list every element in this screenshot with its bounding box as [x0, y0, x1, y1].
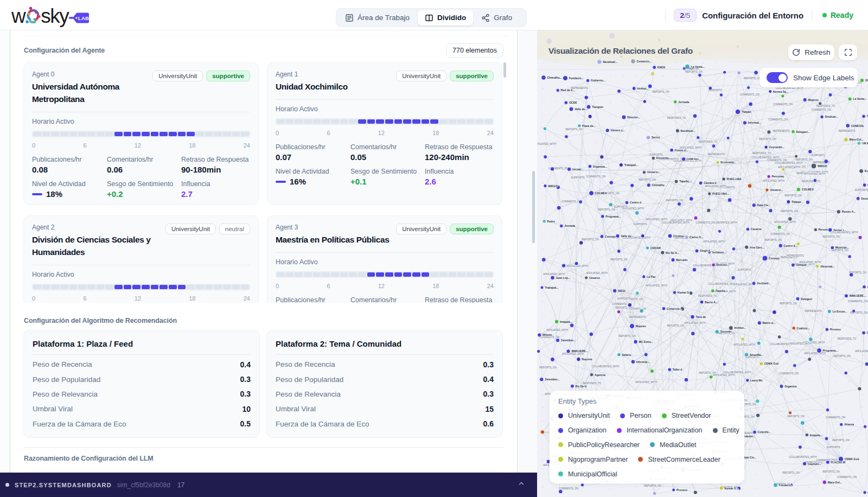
svg-text:Incháust...: Incháust...	[712, 251, 726, 254]
svg-text:REPRESENTS: REPRESENTS	[773, 130, 789, 132]
svg-text:REPRESENTS: REPRESENTS	[838, 130, 855, 132]
svg-text:REPORTS_ON: REPORTS_ON	[598, 208, 615, 211]
svg-text:REPORTS_ON: REPORTS_ON	[744, 77, 761, 80]
svg-text:SUPPORTS: SUPPORTS	[826, 446, 840, 449]
svg-text:PUEG-UNA: PUEG-UNA	[727, 177, 742, 181]
svg-text:AFFILIATED_WITH: AFFILIATED_WITH	[789, 342, 811, 345]
svg-text:Zarember...: Zarember...	[561, 339, 576, 342]
svg-text:Chimalhu: Chimalhu	[652, 183, 665, 187]
svg-text:Chimalhu...: Chimalhu...	[547, 76, 562, 79]
svg-text:Organiza: Organiza	[784, 385, 796, 388]
svg-text:Universi...: Universi...	[647, 170, 661, 174]
svg-text:COMMENTS_ON: COMMENTS_ON	[695, 221, 715, 224]
svg-text:COLMEX: COLMEX	[802, 188, 814, 191]
svg-text:La Encue...: La Encue...	[833, 310, 847, 313]
svg-text:Organiza...: Organiza...	[593, 165, 608, 168]
svg-text:REPORTS_ON: REPORTS_ON	[822, 235, 840, 238]
svg-text:AFFILIATED_WITH: AFFILIATED_WITH	[646, 284, 667, 287]
svg-text:AFFILIATED_WITH: AFFILIATED_WITH	[778, 166, 800, 169]
svg-text:Salario: Salario	[622, 353, 631, 356]
svg-text:Estado d...: Estado d...	[865, 169, 868, 173]
svg-text:Encuesta...: Encuesta...	[656, 156, 671, 160]
svg-text:REPORTS_ON: REPORTS_ON	[652, 91, 669, 93]
svg-text:COLLABORATES_WITH: COLLABORATES_WITH	[662, 221, 690, 224]
svg-text:Casarse: Casarse	[751, 227, 762, 231]
svg-text:Tianguis: Tianguis	[592, 105, 603, 109]
svg-text:Capítulo...: Capítulo...	[808, 462, 821, 466]
svg-text:Consejo: Consejo	[605, 235, 616, 238]
svg-text:REPORTS_ON: REPORTS_ON	[822, 470, 840, 473]
svg-text:AFFILIATED_WITH: AFFILIATED_WITH	[733, 283, 755, 286]
svg-text:Zarember...: Zarember...	[545, 378, 560, 381]
svg-text:Agencia: Agencia	[595, 373, 605, 377]
svg-text:Pedro: Pedro	[547, 220, 555, 223]
svg-text:Reporte: Reporte	[582, 358, 592, 361]
svg-text:Proceso: Proceso	[676, 488, 687, 492]
svg-text:Tlalpan: Tlalpan	[742, 110, 751, 113]
svg-text:Ixtapala...: Ixtapala...	[560, 320, 573, 323]
svg-text:COMMENTS_ON: COMMENTS_ON	[770, 233, 790, 235]
svg-text:Milenio: Milenio	[542, 333, 552, 336]
svg-text:Alianza: Alianza	[844, 423, 854, 426]
svg-text:AFFILIATED_WITH: AFFILIATED_WITH	[804, 352, 826, 355]
svg-text:SUPPORTS: SUPPORTS	[614, 206, 627, 208]
svg-text:REPORTS_ON: REPORTS_ON	[764, 239, 782, 241]
svg-text:AFFILIATED_WITH: AFFILIATED_WITH	[705, 185, 726, 188]
svg-text:Programa...: Programa...	[605, 215, 621, 218]
svg-text:Delegaci: Delegaci	[801, 297, 813, 301]
svg-text:REPORTS_ON: REPORTS_ON	[618, 335, 636, 337]
svg-text:Data Civ...: Data Civ...	[757, 203, 771, 207]
svg-text:Riz De H...: Riz De H...	[666, 251, 679, 254]
svg-text:Comercia...: Comercia...	[667, 307, 682, 310]
svg-text:Cámara d: Cámara d	[704, 181, 716, 184]
svg-text:Ana Garc...: Ana Garc...	[750, 246, 764, 249]
svg-text:RESPONDS_TO: RESPONDS_TO	[838, 337, 857, 340]
svg-text:SUPPORTS: SUPPORTS	[617, 297, 630, 300]
svg-text:Tapella,...: Tapella,...	[716, 289, 728, 292]
svg-text:Coyoacán...: Coyoacán...	[769, 145, 784, 149]
svg-text:Trabajad...: Trabajad...	[624, 163, 639, 167]
svg-text:RESPONDS_TO: RESPONDS_TO	[698, 295, 717, 297]
svg-text:Sistema: Sistema	[861, 197, 868, 200]
svg-text:Mary-Gol...: Mary-Gol...	[828, 481, 843, 484]
svg-text:Laura Mo: Laura Mo	[750, 379, 763, 382]
svg-text:COMMENTS_ON: COMMENTS_ON	[768, 118, 788, 121]
svg-text:Nezahual...: Nezahual...	[681, 129, 695, 132]
svg-text:Informal...: Informal...	[636, 360, 650, 364]
svg-text:RESPONDS_TO: RESPONDS_TO	[752, 152, 771, 155]
svg-text:AFFILIATED_WITH: AFFILIATED_WITH	[543, 273, 565, 276]
svg-text:Person: Person	[819, 228, 828, 231]
svg-text:Sector: Sector	[652, 136, 660, 139]
svg-text:REPORTS_ON: REPORTS_ON	[787, 415, 805, 418]
svg-text:Sindicat...: Sindicat...	[825, 115, 839, 118]
svg-text:Taller d: Taller d	[673, 368, 682, 371]
svg-text:WIEGO: WIEGO	[548, 184, 558, 188]
svg-text:Tasa de: Tasa de	[696, 315, 706, 318]
svg-text:Singh A....: Singh A....	[700, 249, 713, 252]
svg-text:AFFILIATED_WITH: AFFILIATED_WITH	[684, 322, 706, 324]
svg-text:Delegaci...: Delegaci...	[796, 130, 810, 133]
svg-text:Mujeres: Mujeres	[808, 98, 819, 101]
svg-text:REPORTS_ON: REPORTS_ON	[781, 210, 798, 213]
svg-text:Institut...: Institut...	[734, 326, 746, 329]
svg-text:Observat...: Observat...	[865, 79, 868, 82]
svg-text:RESPONDS_TO: RESPONDS_TO	[667, 117, 686, 119]
svg-text:Cristina...: Cristina...	[673, 234, 686, 238]
svg-text:Observat...: Observat...	[820, 265, 835, 268]
svg-text:AFFILIATED_WITH: AFFILIATED_WITH	[546, 329, 568, 332]
svg-text:Valle de...: Valle de...	[621, 234, 634, 238]
svg-text:Plaza de...: Plaza de...	[582, 124, 596, 128]
svg-text:Coalició...: Coalició...	[797, 327, 810, 330]
svg-text:Jornada: Jornada	[564, 224, 575, 227]
svg-text:REPORTS_ON: REPORTS_ON	[832, 439, 850, 442]
svg-text:Programa...: Programa...	[823, 349, 839, 352]
svg-text:REPORTS_ON: REPORTS_ON	[685, 71, 703, 73]
svg-text:INEGI: INEGI	[618, 289, 626, 292]
svg-text:WIEGO: WIEGO	[818, 164, 827, 168]
svg-text:Frente d...: Frente d...	[675, 149, 688, 152]
svg-text:FLACSO M: FLACSO M	[831, 461, 845, 464]
svg-text:Valle de...: Valle de...	[575, 107, 588, 111]
svg-text:INMUJERE...: INMUJERE...	[571, 349, 588, 353]
svg-text:REPORTS_ON: REPORTS_ON	[582, 238, 599, 241]
svg-text:COMMENTS_ON: COMMENTS_ON	[559, 487, 578, 490]
